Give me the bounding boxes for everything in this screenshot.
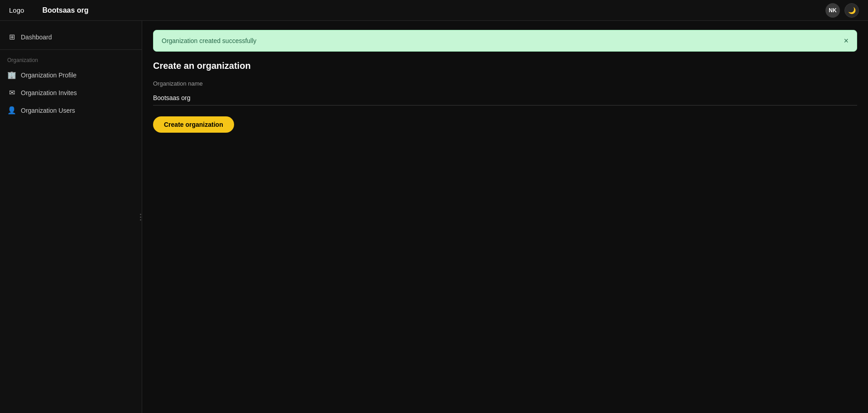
theme-toggle-button[interactable]: 🌙: [844, 3, 859, 18]
org-name-input[interactable]: [153, 91, 857, 106]
app-title: Bootsaas org: [42, 6, 88, 14]
topnav: Logo Bootsaas org NK 🌙: [0, 0, 868, 21]
dashboard-icon: ⊞: [7, 33, 16, 41]
create-org-form: Create an organization Organization name…: [153, 61, 857, 133]
alert-close-button[interactable]: ×: [844, 37, 849, 45]
building-icon: 🏢: [7, 71, 16, 79]
sidebar-item-dashboard[interactable]: ⊞ Dashboard: [0, 28, 142, 46]
main-content: Organization created successfully × Crea…: [142, 21, 868, 413]
success-alert: Organization created successfully ×: [153, 30, 857, 52]
users-icon: 👤: [7, 106, 16, 115]
resize-dot-1: [140, 214, 141, 215]
moon-icon: 🌙: [848, 7, 856, 14]
sidebar-org-invites-label: Organization Invites: [21, 89, 77, 96]
user-avatar[interactable]: NK: [825, 3, 840, 18]
sidebar-item-org-profile[interactable]: 🏢 Organization Profile: [0, 66, 142, 84]
sidebar-divider: [0, 49, 142, 50]
sidebar-item-org-invites[interactable]: ✉ Organization Invites: [0, 84, 142, 101]
resize-dot-2: [140, 216, 141, 218]
create-org-button[interactable]: Create organization: [153, 116, 234, 133]
resize-dot-3: [140, 219, 141, 221]
sidebar-section-label: Organization: [0, 53, 142, 66]
sidebar-dashboard-label: Dashboard: [21, 34, 52, 41]
sidebar-org-profile-label: Organization Profile: [21, 72, 77, 79]
org-name-label: Organization name: [153, 80, 857, 87]
form-title: Create an organization: [153, 61, 857, 71]
sidebar-item-org-users[interactable]: 👤 Organization Users: [0, 101, 142, 119]
sidebar-org-users-label: Organization Users: [21, 107, 75, 114]
alert-message: Organization created successfully: [162, 37, 256, 44]
envelope-icon: ✉: [7, 88, 16, 97]
logo: Logo: [9, 6, 24, 14]
sidebar: ⊞ Dashboard Organization 🏢 Organization …: [0, 21, 142, 413]
sidebar-resize-handle[interactable]: [139, 208, 142, 226]
